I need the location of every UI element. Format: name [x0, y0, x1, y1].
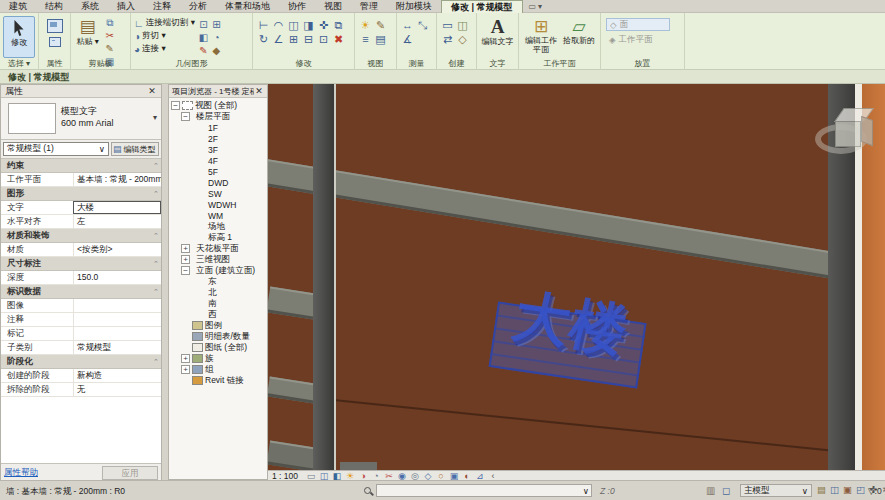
worksharing-display-icon[interactable]: ◫	[829, 485, 840, 495]
tree-item[interactable]: 场地	[169, 221, 267, 232]
unjoin-icon[interactable]: ◔	[210, 31, 223, 44]
mirror-pick-axis-icon[interactable]: ◫	[286, 18, 301, 32]
tree-item[interactable]: 北	[169, 287, 267, 298]
property-value[interactable]: 基本墙 : 常规 - 200mm	[73, 173, 161, 186]
close-icon[interactable]: ✕	[147, 86, 157, 96]
scale-icon[interactable]: ▭	[305, 471, 317, 481]
demolish-icon[interactable]: ◆	[210, 44, 223, 57]
wall-beam-horizontal[interactable]	[268, 158, 854, 282]
chevron-down-icon[interactable]: ▾	[153, 113, 157, 122]
section-pin-icon[interactable]: ⌃	[151, 257, 161, 270]
modify-button[interactable]: 修改	[3, 16, 35, 58]
tree-toggle-icon[interactable]	[181, 244, 190, 253]
status-search-box[interactable]: ∨	[376, 484, 592, 497]
property-value[interactable]: <按类别>	[73, 243, 161, 256]
move-icon[interactable]: ✜	[316, 18, 331, 32]
array-icon[interactable]: ⊞	[286, 32, 301, 46]
view-cube[interactable]	[813, 106, 885, 168]
property-value[interactable]	[73, 327, 161, 340]
tree-item[interactable]: 2F	[169, 133, 267, 144]
ribbon-tab[interactable]: 插入	[108, 0, 144, 13]
split-icon[interactable]: ⊟	[301, 32, 316, 46]
wall-beam-left-bottom[interactable]	[268, 440, 317, 470]
tree-item[interactable]: 三维视图	[169, 254, 267, 265]
linework-icon[interactable]: ≡	[358, 32, 373, 46]
worksharing-icon[interactable]: ▣	[448, 471, 460, 481]
apply-button[interactable]: 应用	[102, 466, 158, 480]
lock-3d-icon[interactable]: ◎	[409, 471, 421, 481]
analytical-icon[interactable]: ⊿	[474, 471, 486, 481]
editable-only-toggle-icon[interactable]: ▥	[706, 485, 715, 496]
view-scale-button[interactable]: 1 : 100	[272, 471, 298, 481]
paste-button[interactable]: ▤ 粘贴 ▾	[74, 16, 101, 58]
ribbon-tab[interactable]: 注释	[144, 0, 180, 13]
rendering-icon[interactable]: ◔	[370, 471, 382, 481]
edit-work-plane-button[interactable]: ⊞ 编辑工作平面	[522, 16, 560, 58]
detail-level-icon[interactable]: ◫	[318, 471, 330, 481]
property-value[interactable]: 大楼	[73, 201, 161, 214]
delete-icon[interactable]: ✖	[331, 32, 346, 46]
tree-item[interactable]: 4F	[169, 155, 267, 166]
paint-icon[interactable]: ✎	[197, 44, 210, 57]
chevron-down-icon[interactable]: ∨	[583, 486, 589, 496]
editing-requests-badge[interactable]: Z :0	[600, 486, 615, 496]
edit-text-button[interactable]: A 编辑文字	[480, 16, 515, 58]
tree-item[interactable]: 图纸 (全部)	[169, 342, 267, 353]
element-filter-combobox[interactable]: 常规模型 (1) ∨	[3, 142, 109, 156]
tree-toggle-icon[interactable]	[171, 101, 180, 110]
scroll-left-icon[interactable]: ‹	[487, 471, 499, 481]
measure-chain-icon[interactable]: ⤡	[415, 18, 430, 32]
override-graphics-icon[interactable]: ✎	[373, 18, 388, 32]
close-icon[interactable]: ✕	[254, 86, 264, 96]
ribbon-tab[interactable]: 视图	[315, 0, 351, 13]
tree-item[interactable]: 1F	[169, 122, 267, 133]
column-left[interactable]	[313, 84, 334, 470]
wall-beam-left-lower[interactable]	[268, 376, 316, 403]
reveal-hidden-icon[interactable]: ○	[435, 471, 447, 481]
view-cube-front-face[interactable]	[835, 121, 861, 147]
section-pin-icon[interactable]: ⌃	[151, 187, 161, 200]
tab-modify-generic-model[interactable]: 修改 | 常规模型	[441, 0, 523, 13]
group-label-select[interactable]: 选择 ▾	[0, 58, 38, 69]
pin-icon[interactable]: ⊡	[316, 32, 331, 46]
tree-item[interactable]: 东	[169, 276, 267, 287]
properties-help-link[interactable]: 属性帮助	[4, 467, 102, 479]
show-crop-icon[interactable]: ◉	[396, 471, 408, 481]
tree-item[interactable]: 天花板平面	[169, 243, 267, 254]
create-similar-icon[interactable]: ▭	[440, 18, 455, 32]
editable-only-icon[interactable]: ▤	[816, 485, 827, 495]
section-pin-icon[interactable]: ⌃	[151, 229, 161, 242]
tree-toggle-icon[interactable]	[181, 266, 190, 275]
active-workset-combobox[interactable]: 主模型 ∨	[740, 484, 812, 497]
section-pin-icon[interactable]: ⌃	[151, 355, 161, 368]
edit-type-button[interactable]: ▤ 编辑类型	[111, 142, 159, 156]
visual-style-icon[interactable]: ◧	[331, 471, 343, 481]
section-pin-icon[interactable]: ⌃	[151, 285, 161, 298]
ribbon-display-toggle[interactable]: ▭ ▾	[529, 2, 543, 11]
tree-item[interactable]: SW	[169, 188, 267, 199]
tree-toggle-icon[interactable]	[181, 354, 190, 363]
property-value[interactable]: 常规模型	[73, 341, 161, 354]
type-selector-preview[interactable]: 模型文字 600 mm Arial ▾	[1, 98, 161, 140]
angle-dimension-icon[interactable]: ∡	[400, 32, 415, 46]
design-options-icon[interactable]: ▣	[842, 485, 853, 495]
hide-icon[interactable]: ▤	[373, 32, 388, 46]
tree-toggle-icon[interactable]	[181, 255, 190, 264]
mirror-draw-axis-icon[interactable]: ◨	[301, 18, 316, 32]
tree-item[interactable]: 3F	[169, 144, 267, 155]
sun-path-icon[interactable]: ☀	[344, 471, 356, 481]
geometry-dropdown-button[interactable]: ◑ 剪切 ▾	[134, 30, 195, 42]
tree-item[interactable]: 明细表/数量	[169, 331, 267, 342]
temporary-hide-icon[interactable]: ◇	[422, 471, 434, 481]
tree-item[interactable]: DWD	[169, 177, 267, 188]
selected-model-text[interactable]: 大楼	[488, 292, 648, 393]
exclude-options-icon[interactable]: ◰	[855, 485, 866, 495]
match-type-icon[interactable]: ✎	[103, 42, 116, 55]
property-value[interactable]: 新构造	[73, 369, 161, 382]
section-pin-icon[interactable]: ⌃	[151, 159, 161, 172]
tree-item[interactable]: Revit 链接	[169, 375, 267, 386]
tree-item[interactable]: 族	[169, 353, 267, 364]
wall-beam-left-upper[interactable]	[268, 286, 317, 319]
ribbon-tab[interactable]: 协作	[279, 0, 315, 13]
beam-join-icon[interactable]: ⊞	[210, 18, 223, 31]
